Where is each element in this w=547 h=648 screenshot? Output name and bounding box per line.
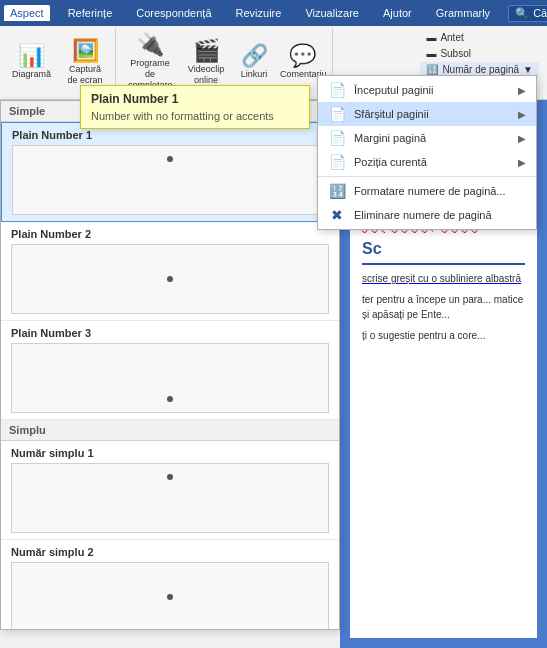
eliminare-label: Eliminare numere de pagină [354, 209, 492, 221]
item-left-eliminare: ✖ Eliminare numere de pagină [328, 207, 492, 223]
dropdown-item-formatare[interactable]: 🔢 Formatare numere de pagină... [318, 179, 536, 203]
formatare-icon: 🔢 [328, 183, 346, 199]
search-label: Căutare [533, 7, 547, 19]
plain-number-1-title: Plain Number 1 [12, 129, 328, 141]
preview-dot [167, 474, 173, 480]
antet-label: Antet [440, 32, 463, 43]
diagrama-icon: 📊 [18, 45, 45, 67]
ribbon-search[interactable]: 🔍 Căutare [508, 5, 547, 22]
inceputul-icon: 📄 [328, 82, 346, 98]
diagrama-button[interactable]: 📊 Diagramă [8, 31, 55, 95]
formatare-label: Formatare numere de pagină... [354, 185, 506, 197]
section-simplu: Simplu [1, 420, 339, 441]
subsol-label: Subsol [440, 48, 471, 59]
panel-item-plain-2[interactable]: Plain Number 2 [1, 222, 339, 321]
tab-revizuire[interactable]: Revizuire [230, 5, 288, 21]
page-number-dropdown: 📄 Începutul paginii ▶ 📄 Sfârșitul pagini… [317, 75, 537, 230]
plain-number-2-title: Plain Number 2 [11, 228, 329, 240]
numar-icon: 🔢 [426, 64, 438, 75]
tab-corespondenta[interactable]: Corespondență [130, 5, 217, 21]
comentariu-icon: 💬 [289, 45, 316, 67]
sfarsitul-icon: 📄 [328, 106, 346, 122]
tooltip: Plain Number 1 Number with no formatting… [80, 85, 310, 129]
page-number-panel: Simple Plain Number 1 Plain Number 2 Pla… [0, 100, 340, 630]
dropdown-item-sfarsitul[interactable]: 📄 Sfârșitul paginii ▶ [318, 102, 536, 126]
subsol-button[interactable]: ▬ Subsol [420, 46, 477, 61]
pozitia-chevron: ▶ [518, 157, 526, 168]
pozitia-icon: 📄 [328, 154, 346, 170]
dropdown-item-pozitia[interactable]: 📄 Poziția curentă ▶ [318, 150, 536, 174]
tab-ajutor[interactable]: Ajutor [377, 5, 418, 21]
plain-number-2-preview [11, 244, 329, 314]
doc-paragraph-3: scrise greșit cu o subliniere albastră [362, 271, 525, 286]
numar-simplu-1-preview [11, 463, 329, 533]
numar-simplu-2-preview [11, 562, 329, 630]
doc-paragraph-5: ți o sugestie pentru a core... [362, 328, 525, 343]
diagrama-label: Diagramă [12, 69, 51, 80]
subsol-icon: ▬ [426, 48, 436, 59]
plain-number-1-preview [12, 145, 328, 215]
antet-button[interactable]: ▬ Antet [420, 30, 469, 45]
captura-icon: 🖼️ [72, 40, 99, 62]
item-left-pozitia: 📄 Poziția curentă [328, 154, 427, 170]
linkuri-label: Linkuri [241, 69, 268, 80]
ribbon: Aspect Referințe Corespondență Revizuire… [0, 0, 547, 26]
eliminare-icon: ✖ [328, 207, 346, 223]
tab-vizualizare[interactable]: Vizualizare [299, 5, 365, 21]
inceputul-chevron: ▶ [518, 85, 526, 96]
videoclip-icon: 🎬 [193, 40, 220, 62]
videoclip-label: Videoclip online [184, 64, 228, 86]
item-left-inceputul: 📄 Începutul paginii [328, 82, 434, 98]
margini-icon: 📄 [328, 130, 346, 146]
panel-item-plain-1[interactable]: Plain Number 1 [1, 122, 339, 222]
search-icon: 🔍 [515, 7, 529, 20]
dropdown-item-margini[interactable]: 📄 Margini pagină ▶ [318, 126, 536, 150]
panel-item-simplu-1[interactable]: Număr simplu 1 [1, 441, 339, 540]
tab-aspect[interactable]: Aspect [4, 5, 50, 21]
inceputul-label: Începutul paginii [354, 84, 434, 96]
preview-dot [167, 156, 173, 162]
preview-dot [167, 276, 173, 282]
numar-dropdown-arrow: ▼ [523, 64, 533, 75]
dropdown-item-inceputul[interactable]: 📄 Începutul paginii ▶ [318, 78, 536, 102]
linkuri-icon: 🔗 [241, 45, 268, 67]
numar-label: Număr de pagină [442, 64, 519, 75]
doc-paragraph-4: ter pentru a începe un para... matice și… [362, 292, 525, 322]
sfarsitul-chevron: ▶ [518, 109, 526, 120]
margini-chevron: ▶ [518, 133, 526, 144]
doc-heading-2: Sc [362, 237, 525, 265]
antet-icon: ▬ [426, 32, 436, 43]
sfarsitul-label: Sfârșitul paginii [354, 108, 429, 120]
tab-grammarly[interactable]: Grammarly [430, 5, 496, 21]
numar-simplu-1-title: Număr simplu 1 [11, 447, 329, 459]
pozitia-label: Poziția curentă [354, 156, 427, 168]
item-left-margini: 📄 Margini pagină [328, 130, 426, 146]
item-left-formatare: 🔢 Formatare numere de pagină... [328, 183, 506, 199]
plain-number-3-title: Plain Number 3 [11, 327, 329, 339]
preview-dot [167, 396, 173, 402]
numar-simplu-2-title: Număr simplu 2 [11, 546, 329, 558]
panel-item-simplu-2[interactable]: Număr simplu 2 [1, 540, 339, 630]
margini-label: Margini pagină [354, 132, 426, 144]
dropdown-separator-1 [318, 176, 536, 177]
tab-referinte[interactable]: Referințe [62, 5, 119, 21]
dropdown-item-eliminare[interactable]: ✖ Eliminare numere de pagină [318, 203, 536, 227]
tooltip-description: Number with no formatting or accents [91, 110, 299, 122]
item-left-sfarsitul: 📄 Sfârșitul paginii [328, 106, 429, 122]
programe-icon: 🔌 [137, 34, 164, 56]
captura-label: Captură de ecran [63, 64, 107, 86]
preview-dot [167, 594, 173, 600]
plain-number-3-preview [11, 343, 329, 413]
doc-blue-text: scrise greșit cu o subliniere albastră [362, 273, 521, 284]
tooltip-title: Plain Number 1 [91, 92, 299, 106]
panel-item-plain-3[interactable]: Plain Number 3 [1, 321, 339, 420]
